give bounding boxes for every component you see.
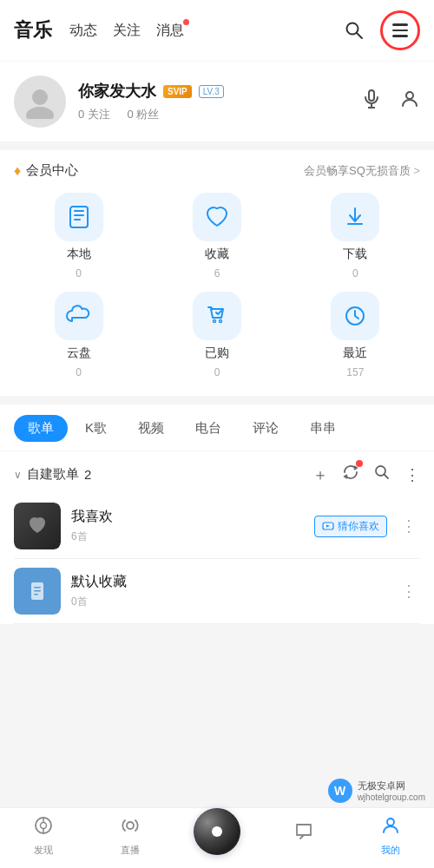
more-playlist-icon[interactable]: ⋮ [404, 465, 420, 484]
header: 音乐 动态 关注 消息 [0, 0, 434, 61]
menu-icon[interactable] [380, 10, 420, 50]
nav-dongtai[interactable]: 动态 [69, 22, 97, 40]
search-icon[interactable] [342, 18, 366, 43]
profile-stats: 0 关注 0 粉丝 [78, 107, 361, 122]
recent-label: 最近 [343, 345, 367, 361]
live-icon [120, 815, 141, 841]
icon-grid-bottom: 云盘 0 已购 0 [14, 292, 420, 378]
local-icon-item[interactable]: 本地 0 [14, 193, 143, 279]
svg-point-12 [213, 320, 215, 323]
song-thumb-heart-bg [14, 503, 61, 549]
nav-center-play[interactable] [174, 822, 260, 855]
tab-comment[interactable]: 评论 [239, 415, 293, 442]
svg-line-16 [385, 475, 389, 479]
tab-stream[interactable]: 串串 [296, 415, 350, 442]
nav-live[interactable]: 直播 [87, 815, 174, 862]
favorite-icon-item[interactable]: 收藏 6 [152, 193, 281, 279]
svg-marker-18 [326, 525, 330, 528]
chevron-down-icon[interactable]: ∨ [14, 469, 22, 481]
purchased-icon-item[interactable]: 已购 0 [152, 292, 281, 378]
sync-dot [356, 460, 363, 467]
svg-point-13 [219, 320, 221, 323]
purchased-count: 0 [214, 366, 220, 378]
search-playlist-icon[interactable] [373, 464, 391, 485]
profile-label: 我的 [381, 844, 400, 857]
download-icon-item[interactable]: 下载 0 [291, 193, 420, 279]
nav-xiaoxi[interactable]: 消息 [156, 22, 184, 40]
app-title: 音乐 [14, 17, 52, 43]
svg-point-28 [387, 819, 394, 825]
song-thumb-1[interactable] [14, 503, 61, 549]
svg-point-27 [127, 822, 134, 829]
recent-icon-circle [331, 292, 379, 340]
profile-name: 你家发大水 [78, 81, 156, 102]
song-info-2: 默认收藏 0首 [71, 573, 387, 609]
svip-badge: SVIP [163, 85, 192, 98]
song-item-2: 默认收藏 0首 ⋮ [14, 559, 420, 624]
nav-discover[interactable]: 发现 [0, 815, 87, 862]
svg-rect-10 [74, 214, 84, 216]
local-label: 本地 [67, 247, 91, 262]
tab-radio[interactable]: 电台 [181, 415, 235, 442]
song-name-2: 默认收藏 [71, 573, 387, 591]
sync-icon[interactable] [342, 464, 359, 485]
message-icon [293, 821, 314, 847]
user-icon [380, 815, 401, 841]
mic-icon[interactable] [361, 89, 382, 115]
person-icon[interactable] [399, 89, 420, 115]
profile-info: 你家发大水 SVIP LV.3 0 关注 0 粉丝 [78, 81, 361, 122]
song-more-2[interactable]: ⋮ [398, 582, 420, 601]
profile-name-row: 你家发大水 SVIP LV.3 [78, 81, 361, 102]
favorite-icon-circle [193, 193, 241, 241]
member-center-label: 会员中心 [26, 162, 78, 179]
tab-video[interactable]: 视频 [124, 415, 178, 442]
favorite-label: 收藏 [205, 247, 229, 262]
nav-profile[interactable]: 我的 [347, 815, 434, 862]
purchased-icon-circle [193, 292, 241, 340]
song-more-1[interactable]: ⋮ [398, 516, 420, 536]
disc-inner [194, 808, 240, 855]
header-nav: 动态 关注 消息 [69, 22, 325, 40]
tab-kge[interactable]: K歌 [71, 415, 121, 442]
song-info-1: 我喜欢 6首 [71, 508, 304, 544]
member-title[interactable]: ♦ 会员中心 [14, 162, 78, 179]
download-icon-circle [331, 193, 379, 241]
playlist-section: ∨ 自建歌单 2 ＋ ⋮ [0, 451, 434, 624]
song-badge-1[interactable]: 猜你喜欢 [314, 516, 387, 537]
song-item-1: 我喜欢 6首 猜你喜欢 ⋮ [14, 494, 420, 559]
discover-label: 发现 [34, 844, 53, 857]
svg-point-2 [32, 89, 48, 105]
tabs-section: 歌单 K歌 视频 电台 评论 串串 [0, 404, 434, 450]
diamond-icon: ♦ [14, 163, 21, 179]
avatar[interactable] [14, 76, 66, 128]
member-promo[interactable]: 会员畅享SQ无损音质 [304, 163, 420, 179]
song-thumb-doc-bg [14, 568, 61, 615]
cloud-icon-circle [55, 292, 103, 340]
recent-icon-item[interactable]: 最近 157 [291, 292, 420, 378]
cloud-icon-item[interactable]: 云盘 0 [14, 292, 143, 378]
nav-message[interactable] [260, 821, 347, 855]
tab-gedan[interactable]: 歌单 [14, 415, 68, 442]
watermark-logo: W [328, 779, 352, 803]
watermark: W 无极安卓网 wjhotelgroup.com [328, 779, 425, 803]
watermark-text: 无极安卓网 wjhotelgroup.com [358, 779, 425, 802]
profile-right-icons [361, 89, 420, 115]
watermark-line1: 无极安卓网 [358, 779, 425, 792]
svg-rect-22 [34, 594, 38, 595]
nav-guanzhu[interactable]: 关注 [113, 22, 141, 40]
following-count[interactable]: 0 关注 [78, 108, 110, 121]
svg-point-3 [26, 107, 54, 119]
add-playlist-icon[interactable]: ＋ [312, 464, 328, 485]
watermark-line2: wjhotelgroup.com [358, 792, 425, 802]
song-thumb-2[interactable] [14, 568, 61, 615]
svg-line-1 [357, 33, 362, 38]
live-label: 直播 [121, 844, 140, 857]
playlist-title: ∨ 自建歌单 2 [14, 466, 306, 483]
svg-point-7 [406, 92, 413, 99]
profile-section: 你家发大水 SVIP LV.3 0 关注 0 粉丝 [0, 62, 434, 141]
followers-count[interactable]: 0 粉丝 [127, 108, 159, 121]
svg-rect-9 [74, 210, 84, 212]
svg-rect-20 [34, 587, 41, 589]
cloud-count: 0 [76, 366, 82, 378]
download-label: 下载 [343, 247, 367, 262]
